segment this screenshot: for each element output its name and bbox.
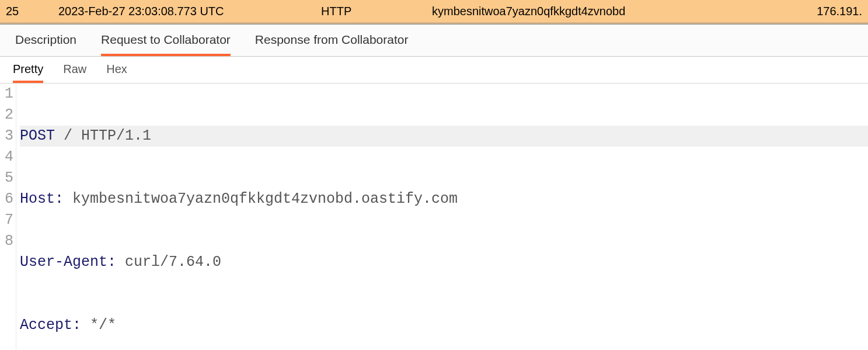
header-name: Host:	[20, 189, 64, 210]
line-gutter: 1 2 3 4 5 6 7 8	[0, 84, 16, 350]
col-time: 2023-Feb-27 23:03:08.773 UTC	[58, 5, 321, 18]
line-number: 3	[0, 126, 13, 147]
line-number: 1	[0, 84, 13, 105]
header-host: Host: kymbesnitwoa7yazn0qfkkgdt4zvnobd.o…	[20, 189, 868, 210]
tab-description[interactable]: Description	[15, 33, 76, 56]
col-ip: 176.191.	[810, 5, 862, 18]
view-tabs: Pretty Raw Hex	[0, 57, 868, 84]
request-editor[interactable]: 1 2 3 4 5 6 7 8 POST / HTTP/1.1 Host: ky…	[0, 84, 868, 350]
col-number: 25	[6, 5, 58, 18]
line-number: 2	[0, 105, 13, 126]
request-line: POST / HTTP/1.1	[20, 126, 868, 147]
subtab-hex[interactable]: Hex	[106, 63, 127, 83]
tab-request[interactable]: Request to Collaborator	[101, 33, 231, 56]
code-body[interactable]: POST / HTTP/1.1 Host: kymbesnitwoa7yazn0…	[16, 84, 868, 350]
col-payload: kymbesnitwoa7yazn0qfkkgdt4zvnobd	[432, 5, 810, 18]
col-protocol: HTTP	[321, 5, 432, 18]
header-value: kymbesnitwoa7yazn0qfkkgdt4zvnobd.oastify…	[64, 189, 458, 210]
tab-response[interactable]: Response from Collaborator	[255, 33, 409, 56]
header-name: Accept:	[20, 315, 81, 336]
line-number: 7	[0, 210, 13, 231]
header-value: */*	[81, 315, 116, 336]
line-number: 6	[0, 189, 13, 210]
line-number: 4	[0, 147, 13, 168]
subtab-pretty[interactable]: Pretty	[13, 63, 43, 83]
header-accept: Accept: */*	[20, 315, 868, 336]
subtab-raw[interactable]: Raw	[63, 63, 86, 83]
line-number: 8	[0, 231, 13, 252]
http-method: POST	[20, 126, 55, 147]
header-user-agent: User-Agent: curl/7.64.0	[20, 252, 868, 273]
header-name: User-Agent:	[20, 252, 116, 273]
request-target: / HTTP/1.1	[55, 126, 151, 147]
line-number: 5	[0, 168, 13, 189]
selected-interaction-row[interactable]: 25 2023-Feb-27 23:03:08.773 UTC HTTP kym…	[0, 0, 868, 25]
detail-tabs: Description Request to Collaborator Resp…	[0, 25, 868, 57]
header-value: curl/7.64.0	[116, 252, 221, 273]
